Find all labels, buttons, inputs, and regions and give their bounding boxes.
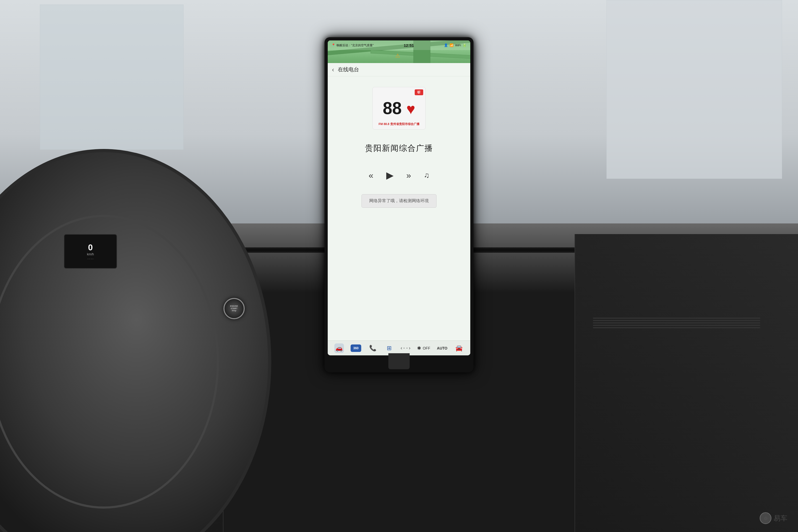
- radio-logo-badge: 听: [415, 89, 423, 95]
- vent-slat: [593, 322, 760, 323]
- taskbar-360-button[interactable]: 360: [350, 344, 361, 352]
- screen-mount: [388, 353, 410, 369]
- watermark-brand-text: 易车: [774, 514, 787, 523]
- wifi-icon: WiFi: [455, 44, 461, 47]
- status-bar: 📍 唤醒后说："北京的空气质量" 12:51 👤 📶 WiFi 🔋: [328, 40, 470, 50]
- taskbar-seat-button[interactable]: 🚘: [454, 343, 464, 353]
- back-button[interactable]: ‹ 在线电台: [332, 66, 359, 73]
- cluster-display: 0 km/h - - - -: [64, 234, 117, 269]
- vent-slat: [593, 325, 760, 326]
- building-right: [607, 0, 782, 179]
- right-vent-slats: [593, 318, 760, 407]
- status-time: 12:51: [404, 43, 414, 48]
- playback-controls: « ▶ » ♫: [369, 170, 430, 181]
- radio-logo-container: 听 88 ♥ FM 88.8 贵州省贵阳市综合广播: [373, 87, 425, 130]
- ac-icon: ✱: [417, 345, 421, 351]
- building-left: [40, 4, 184, 150]
- cluster-unit: km/h: [87, 252, 94, 256]
- climate-prev-button[interactable]: ‹: [401, 345, 402, 351]
- engine-start-label: ENGINE START Stop: [230, 305, 238, 312]
- taskbar-auto-button[interactable]: AUTO: [437, 346, 448, 350]
- vent-slat: [593, 318, 760, 319]
- station-name: 贵阳新闻综合广播: [365, 143, 433, 154]
- play-button[interactable]: ▶: [386, 170, 394, 181]
- grid-icon: ⊞: [387, 345, 392, 352]
- rewind-button[interactable]: «: [369, 171, 374, 180]
- taskbar-apps-button[interactable]: ⊞: [384, 343, 394, 353]
- signal-icon: 📶: [450, 43, 454, 47]
- warning-icon: ⚠: [395, 52, 403, 60]
- status-right: 👤 📶 WiFi 🔋: [444, 43, 467, 47]
- error-text: 网络异常了哦，请检测网络环境: [369, 198, 429, 203]
- forward-button[interactable]: »: [406, 171, 411, 180]
- watermark-logo-icon: ⊙: [760, 512, 772, 524]
- error-message: 网络异常了哦，请检测网络环境: [361, 194, 437, 208]
- ac-label: OFF: [423, 346, 430, 350]
- battery-icon: 🔋: [462, 43, 467, 47]
- screen-content: 听 88 ♥ FM 88.8 贵州省贵阳市综合广播 贵阳新闻综合广播 « ▶ »…: [328, 76, 470, 341]
- status-left-text: 唤醒后说："北京的空气质量": [337, 43, 374, 48]
- vent-slat: [593, 327, 760, 328]
- radio-logo-fm: FM 88.8 贵州省贵阳市综合广播: [379, 122, 419, 126]
- playlist-button[interactable]: ♫: [424, 171, 429, 179]
- map-header[interactable]: 📍 唤醒后说："北京的空气质量" 12:51 👤 📶 WiFi 🔋 ⚠: [328, 40, 470, 63]
- radio-logo-number: 88 ♥: [383, 100, 415, 117]
- location-icon: 📍: [331, 43, 336, 47]
- engine-start-area: ENGINE START Stop: [224, 298, 245, 319]
- cluster-speed: 0: [88, 243, 93, 252]
- car-nav-icon: 🚗: [336, 345, 343, 352]
- taskbar-car-button[interactable]: 🚗: [334, 343, 344, 353]
- taskbar-phone-button[interactable]: 📞: [368, 343, 377, 353]
- navigation-bar: ‹ 在线电台: [328, 63, 470, 76]
- seat-icon: 🚘: [455, 345, 462, 352]
- climate-separator: - -: [403, 345, 408, 351]
- person-icon: 👤: [444, 43, 448, 47]
- dash-right-panel: [574, 234, 798, 532]
- 360-label: 360: [353, 346, 359, 350]
- main-screen: 📍 唤醒后说："北京的空气质量" 12:51 👤 📶 WiFi 🔋 ⚠ ‹ 在线…: [328, 40, 470, 355]
- vent-slat: [593, 320, 760, 321]
- taskbar-ac-control[interactable]: ✱ OFF: [417, 345, 430, 351]
- watermark: ⊙ 易车: [760, 512, 787, 524]
- climate-controls: ‹ - - ›: [401, 345, 411, 351]
- status-left: 📍 唤醒后说："北京的空气质量": [331, 43, 374, 48]
- back-arrow-icon: ‹: [332, 66, 334, 73]
- engine-start-button[interactable]: ENGINE START Stop: [224, 298, 245, 319]
- cluster-info: - - - -: [88, 257, 93, 260]
- phone-icon: 📞: [369, 345, 376, 352]
- screen-title: 在线电台: [338, 66, 359, 73]
- screen-housing: 📍 唤醒后说："北京的空气质量" 12:51 👤 📶 WiFi 🔋 ⚠ ‹ 在线…: [324, 37, 474, 373]
- climate-next-button[interactable]: ›: [409, 345, 411, 351]
